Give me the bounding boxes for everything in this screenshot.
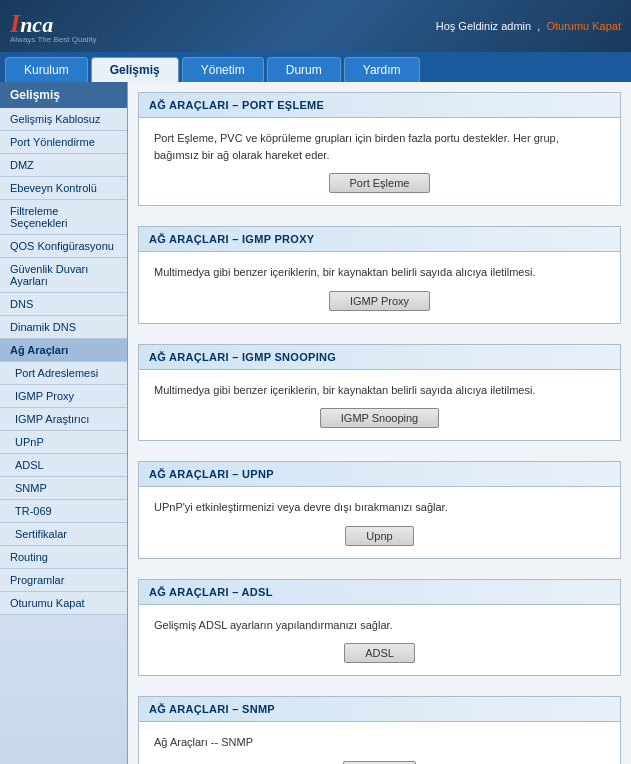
igmp-proxy-button[interactable]: IGMP Proxy — [329, 291, 430, 311]
welcome-text: Hoş Geldiniz admin — [436, 20, 531, 32]
sidebar-item-qos[interactable]: QOS Konfigürasyonu — [0, 235, 127, 258]
section-desc-port-esleme: Port Eşleme, PVC ve köprüleme grupları i… — [154, 130, 605, 163]
nav-yonetim[interactable]: Yönetim — [182, 57, 264, 82]
sidebar-item-adsl[interactable]: ADSL — [0, 454, 127, 477]
sidebar-item-tr069[interactable]: TR-069 — [0, 500, 127, 523]
sidebar-item-port-adreslemesi[interactable]: Port Adreslemesi — [0, 362, 127, 385]
upnp-button[interactable]: Upnp — [345, 526, 413, 546]
section-header-port-esleme: AĞ ARAÇLARI – PORT EŞLEME — [139, 93, 620, 118]
main-layout: Gelişmiş Gelişmiş Kablosuz Port Yönlendi… — [0, 82, 631, 764]
nav-kurulum[interactable]: Kurulum — [5, 57, 88, 82]
section-body-igmp-snooping: Multimedya gibi benzer içeriklerin, bir … — [139, 370, 620, 441]
header: Inca Always The Best Quality Hoş Geldini… — [0, 0, 631, 52]
section-igmp-proxy: AĞ ARAÇLARI – IGMP PROXY Multimedya gibi… — [138, 226, 621, 324]
sidebar-section-label: Gelişmiş — [0, 82, 127, 108]
section-body-port-esleme: Port Eşleme, PVC ve köprüleme grupları i… — [139, 118, 620, 205]
sidebar-item-upnp[interactable]: UPnP — [0, 431, 127, 454]
sidebar-item-filtreleme[interactable]: Filtreleme Seçenekleri — [0, 200, 127, 235]
sidebar-item-port-yonlendirme[interactable]: Port Yönlendirme — [0, 131, 127, 154]
nav-gelismis[interactable]: Gelişmiş — [91, 57, 179, 82]
sidebar-item-sertifikalar[interactable]: Sertifikalar — [0, 523, 127, 546]
section-body-igmp-proxy: Multimedya gibi benzer içeriklerin, bir … — [139, 252, 620, 323]
sidebar-item-dns[interactable]: DNS — [0, 293, 127, 316]
sidebar-item-guvenlik[interactable]: Güvenlik Duvarı Ayarları — [0, 258, 127, 293]
section-port-esleme: AĞ ARAÇLARI – PORT EŞLEME Port Eşleme, P… — [138, 92, 621, 206]
adsl-button[interactable]: ADSL — [344, 643, 415, 663]
sidebar-item-oturumu-kapat[interactable]: Oturumu Kapat — [0, 592, 127, 615]
sidebar-item-dinamik-dns[interactable]: Dinamik DNS — [0, 316, 127, 339]
sidebar-item-snmp[interactable]: SNMP — [0, 477, 127, 500]
section-upnp: AĞ ARAÇLARI – UPNP UPnP'yi etkinleştirme… — [138, 461, 621, 559]
section-body-snmp: Ağ Araçları -- SNMP SNMP — [139, 722, 620, 764]
nav-yardim[interactable]: Yardım — [344, 57, 420, 82]
sidebar-item-routing[interactable]: Routing — [0, 546, 127, 569]
logout-link[interactable]: Oturumu Kapat — [546, 20, 621, 32]
section-snmp: AĞ ARAÇLARI – SNMP Ağ Araçları -- SNMP S… — [138, 696, 621, 764]
port-esleme-button[interactable]: Port Eşleme — [329, 173, 431, 193]
section-body-upnp: UPnP'yi etkinleştirmenizi veya devre dış… — [139, 487, 620, 558]
content-area: AĞ ARAÇLARI – PORT EŞLEME Port Eşleme, P… — [128, 82, 631, 764]
nav-durum[interactable]: Durum — [267, 57, 341, 82]
section-header-adsl: AĞ ARAÇLARI – ADSL — [139, 580, 620, 605]
header-right: Hoş Geldiniz admin , Oturumu Kapat — [436, 20, 621, 32]
section-header-snmp: AĞ ARAÇLARI – SNMP — [139, 697, 620, 722]
sidebar-item-ag-araclari[interactable]: Ağ Araçları — [0, 339, 127, 362]
sidebar-item-gelismis-kablosuz[interactable]: Gelişmiş Kablosuz — [0, 108, 127, 131]
sidebar-item-ebeveyn[interactable]: Ebeveyn Kontrolü — [0, 177, 127, 200]
snmp-button[interactable]: SNMP — [343, 761, 417, 765]
sidebar-item-programlar[interactable]: Programlar — [0, 569, 127, 592]
section-body-adsl: Gelişmiş ADSL ayarların yapılandırmanızı… — [139, 605, 620, 676]
section-desc-snmp: Ağ Araçları -- SNMP — [154, 734, 605, 751]
sidebar: Gelişmiş Gelişmiş Kablosuz Port Yönlendi… — [0, 82, 128, 764]
sidebar-item-igmp-proxy[interactable]: IGMP Proxy — [0, 385, 127, 408]
section-desc-upnp: UPnP'yi etkinleştirmenizi veya devre dış… — [154, 499, 605, 516]
section-desc-igmp-proxy: Multimedya gibi benzer içeriklerin, bir … — [154, 264, 605, 281]
sidebar-item-igmp-arastirici[interactable]: IGMP Araştırıcı — [0, 408, 127, 431]
section-header-igmp-proxy: AĞ ARAÇLARI – IGMP PROXY — [139, 227, 620, 252]
section-header-upnp: AĞ ARAÇLARI – UPNP — [139, 462, 620, 487]
section-header-igmp-snooping: AĞ ARAÇLARI – IGMP SNOOPING — [139, 345, 620, 370]
section-desc-adsl: Gelişmiş ADSL ayarların yapılandırmanızı… — [154, 617, 605, 634]
nav-bar: Kurulum Gelişmiş Yönetim Durum Yardım — [0, 52, 631, 82]
sidebar-item-dmz[interactable]: DMZ — [0, 154, 127, 177]
logo: Inca Always The Best Quality — [10, 9, 97, 44]
igmp-snooping-button[interactable]: IGMP Snooping — [320, 408, 439, 428]
section-adsl: AĞ ARAÇLARI – ADSL Gelişmiş ADSL ayarlar… — [138, 579, 621, 677]
section-desc-igmp-snooping: Multimedya gibi benzer içeriklerin, bir … — [154, 382, 605, 399]
section-igmp-snooping: AĞ ARAÇLARI – IGMP SNOOPING Multimedya g… — [138, 344, 621, 442]
